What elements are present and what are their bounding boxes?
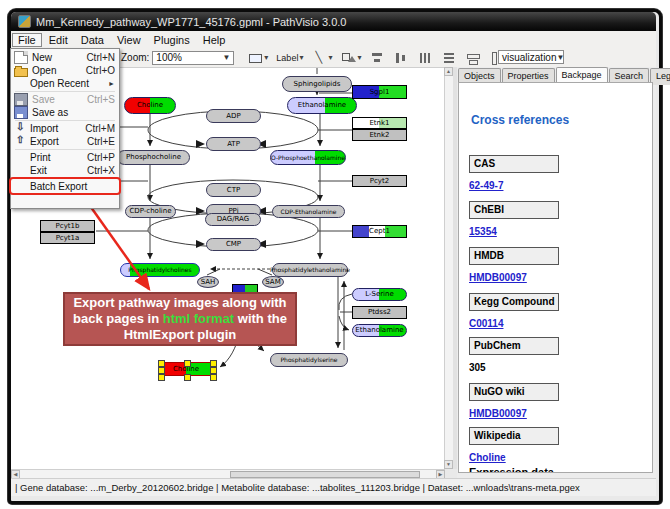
distribute-horizontal-button[interactable] [416, 50, 434, 66]
node-phosphocholine[interactable]: Phosphocholine [117, 150, 190, 165]
node-etnk2[interactable]: Etnk2 [352, 129, 407, 141]
menu-shortcut: Ctrl+P [87, 152, 115, 163]
menu-file[interactable]: File [12, 33, 42, 47]
menu-plugins[interactable]: Plugins [148, 33, 196, 47]
xref-link[interactable]: 15354 [469, 226, 644, 237]
node-phosphatidylserine[interactable]: Phosphatidylserine [270, 353, 348, 367]
node-cept1[interactable]: Cept1 [352, 225, 407, 238]
node-adp[interactable]: ADP [206, 109, 261, 123]
selection-handle[interactable] [210, 374, 217, 381]
match-width-button[interactable] [464, 50, 482, 66]
xref-link[interactable]: HMDB00097 [469, 272, 644, 283]
selection-handle[interactable] [210, 360, 217, 367]
zoom-combobox[interactable]: 100% ▼ [152, 51, 234, 65]
menu-item-batch-export[interactable]: Batch Export [11, 179, 119, 193]
node-label: Phosphatidylethanolamine [270, 267, 350, 273]
chevron-down-icon: ▼ [556, 53, 564, 62]
distribute-vertical-button[interactable] [440, 50, 458, 66]
selection-handle[interactable] [184, 374, 191, 381]
menu-item-open[interactable]: OpenCtrl+O [11, 64, 119, 77]
selection-handle[interactable] [158, 374, 165, 381]
node-label: Choline [137, 102, 163, 109]
node-sah[interactable]: SAH [197, 276, 219, 288]
menu-shortcut: Ctrl+M [85, 123, 115, 134]
node-cmp[interactable]: CMP [206, 238, 261, 251]
title-bar[interactable]: Mm_Kennedy_pathway_WP1771_45176.gpml - P… [11, 12, 656, 31]
node-o-phosphoethanolamine[interactable]: O-Phosphoethanolamine [270, 150, 346, 165]
align-center-button[interactable] [368, 50, 386, 66]
shape-tool-button[interactable]: ▾ [339, 50, 362, 66]
menu-shortcut: Ctrl+X [87, 165, 115, 176]
xref-header: HMDB [469, 247, 559, 265]
selection-handle[interactable] [158, 367, 165, 374]
datanode-tool-icon [247, 50, 263, 66]
menu-item-open-recent[interactable]: Open Recent► [11, 77, 119, 90]
node-pcyt1a[interactable]: Pcyt1a [40, 232, 95, 244]
menu-item-label: Export [30, 136, 83, 147]
node-dag-rag[interactable]: DAG/RAG [205, 213, 261, 226]
selection-handle[interactable] [158, 360, 165, 367]
tab-legend[interactable]: Legend [650, 68, 670, 85]
node-label: ATP [227, 141, 240, 148]
node-label: CDP-choline [129, 208, 171, 215]
node-label: Pcyt2 [370, 178, 389, 185]
scrollbar-thumb[interactable] [230, 471, 420, 478]
node-sphingolipids[interactable]: Sphingolipids [282, 76, 352, 92]
chevron-down-icon: ▾ [264, 53, 268, 62]
node-cdp-choline[interactable]: CDP-choline [125, 205, 176, 218]
menu-item-export[interactable]: ExportCtrl+E [11, 135, 119, 148]
menu-edit[interactable]: Edit [43, 33, 74, 47]
menu-separator [15, 120, 115, 121]
node-ptdss2[interactable]: Ptdss2 [352, 306, 407, 319]
menu-help[interactable]: Help [197, 33, 232, 47]
node-label: Ethanolamine [298, 102, 346, 109]
node-sam[interactable]: SAM [262, 276, 284, 288]
node-ethanolamine[interactable]: Ethanolamine [352, 324, 407, 337]
selection-handle[interactable] [210, 367, 217, 374]
menu-item-import[interactable]: ImportCtrl+M [11, 122, 119, 135]
xref-link[interactable]: HMDB00097 [469, 408, 644, 419]
xref-link[interactable]: C00114 [469, 318, 644, 329]
menu-item-exit[interactable]: ExitCtrl+X [11, 164, 119, 177]
node-ctp[interactable]: CTP [206, 183, 261, 197]
node-pcyt2[interactable]: Pcyt2 [352, 175, 407, 187]
node-choline[interactable]: Choline [124, 97, 176, 114]
line-tool-button[interactable]: ▾ [310, 50, 333, 66]
xref-link[interactable]: 62-49-7 [469, 180, 644, 191]
node-choline[interactable]: Choline [160, 362, 212, 376]
selection-handle[interactable] [184, 360, 191, 367]
node-label: SAH [201, 279, 216, 286]
node-cdp-ethanolamine[interactable]: CDP-Ethanolamine [272, 205, 345, 218]
line-tool-icon [311, 50, 327, 66]
node-phosphatidylcholines[interactable]: Phosphatidylcholines [120, 263, 200, 277]
node-label: CTP [227, 187, 240, 194]
node-ethanolamine[interactable]: Ethanolamine [287, 97, 357, 114]
node-pcyt1b[interactable]: Pcyt1b [40, 220, 95, 232]
menu-item-print[interactable]: PrintCtrl+P [11, 151, 119, 164]
submenu-arrow-icon: ► [108, 80, 115, 87]
xref-header: CAS [469, 155, 559, 173]
scroll-up-icon[interactable]: ▲ [444, 67, 453, 76]
node-atp[interactable]: ATP [206, 137, 261, 151]
align-middle-button[interactable] [392, 50, 410, 66]
xref-link[interactable]: Choline [469, 452, 644, 463]
menu-item-save-as[interactable]: Save as [11, 106, 119, 119]
distribute-horizontal-icon [417, 50, 433, 66]
label-tool-button[interactable]: Label▾ [275, 50, 304, 66]
node-l-serine[interactable]: L-Serine [352, 288, 407, 301]
node-etnk1[interactable]: Etnk1 [352, 117, 407, 129]
backpage-content: Cross references CAS62-49-7ChEBI15354HMD… [458, 82, 653, 473]
menu-item-label: Open [32, 65, 82, 76]
scroll-down-icon[interactable]: ▼ [444, 460, 453, 469]
node-label: SAM [265, 279, 280, 286]
datanode-tool-button[interactable]: ▾ [246, 50, 269, 66]
menu-data[interactable]: Data [75, 33, 110, 47]
menu-item-new[interactable]: NewCtrl+N [11, 51, 119, 64]
visualization-combobox[interactable]: visualization ▼ [498, 50, 564, 64]
node-sgpl1[interactable]: Sgpl1 [352, 85, 407, 99]
node-label: Phosphocholine [126, 154, 181, 161]
xref-header: PubChem [469, 337, 559, 355]
file-menu: NewCtrl+NOpenCtrl+OOpen Recent►SaveCtrl+… [10, 48, 120, 209]
menu-view[interactable]: View [111, 33, 147, 47]
node-phosphatidylethanolamine[interactable]: Phosphatidylethanolamine [272, 263, 348, 277]
